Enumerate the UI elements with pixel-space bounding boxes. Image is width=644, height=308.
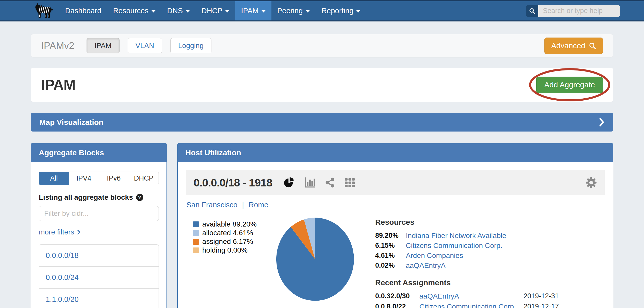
ipamv2-toolbar: IPAMv2 IPAM VLAN Logging Advanced [31, 34, 613, 57]
nav-label: DHCP [201, 7, 222, 15]
help-icon[interactable]: ? [136, 194, 143, 201]
location-link-san-franscisco[interactable]: San Franscisco [186, 201, 237, 209]
aggregate-block-item[interactable]: 0.0.0.0/18 [39, 245, 159, 266]
filter-dhcp-button[interactable]: DHCP [129, 172, 159, 185]
dashboard-columns: Aggregate Blocks All IPV4 IPv6 DHCP List… [31, 143, 613, 308]
share-icon[interactable] [325, 177, 335, 188]
aggregate-blocks-panel: Aggregate Blocks All IPV4 IPv6 DHCP List… [31, 143, 167, 308]
aggregate-block-list: 0.0.0.0/18 0.0.0.0/24 1.1.0.0/20 1.1.16.… [39, 244, 159, 308]
listing-label: Listing all aggregate blocks [39, 193, 133, 202]
chevron-right-icon [599, 118, 605, 127]
block-subheader: 0.0.0.0/18 - 1918 [186, 170, 605, 195]
page: Dashboard Resources DNS DHCP IPAM Peerin… [0, 0, 644, 308]
nav-label: Resources [113, 7, 149, 15]
more-filters-label: more filters [39, 228, 74, 236]
utilization-content: available 89.20% allocated 4.61% assigne… [186, 218, 605, 308]
app-title: IPAMv2 [41, 40, 74, 51]
tab-ipam[interactable]: IPAM [87, 38, 119, 53]
host-utilization-panel: Host Utilization 0.0.0.0/18 - 1918 [177, 143, 613, 308]
nav-label: DNS [167, 7, 183, 15]
nav-item-resources[interactable]: Resources [107, 1, 161, 20]
aggregate-block-item[interactable]: 1.1.0.0/20 [39, 288, 159, 308]
aggregate-blocks-body: All IPV4 IPv6 DHCP Listing all aggregate… [31, 162, 166, 308]
assignment-cidr: 0.0.32.0/30 [375, 292, 417, 300]
chevron-down-icon [356, 10, 360, 13]
block-type-filter: All IPV4 IPv6 DHCP [39, 172, 159, 185]
resource-link[interactable]: Indiana Fiber Network Available [406, 232, 559, 240]
legend-item-assigned: assigned 6.17% [193, 237, 257, 246]
advanced-search-button[interactable]: Advanced [544, 38, 603, 54]
recent-assignments-table: 0.0.32.0/30aaQAEntryA2019-12-31 0.0.8.0/… [375, 292, 559, 308]
add-aggregate-button[interactable]: Add Aggregate [536, 77, 603, 93]
nav-label: Peering [277, 7, 303, 15]
assignment-date: 2019-12-17 [523, 303, 559, 308]
resource-link[interactable]: Arden Companies [406, 252, 559, 260]
filter-ipv6-button[interactable]: IPv6 [99, 172, 129, 185]
host-utilization-pie-chart [273, 214, 357, 305]
main-menu: Dashboard Resources DNS DHCP IPAM Peerin… [59, 1, 366, 20]
location-links: San Franscisco | Rome [186, 201, 605, 209]
more-filters-link[interactable]: more filters [39, 228, 80, 236]
pie-chart-wrap [273, 214, 357, 306]
resource-link[interactable]: Citizens Communication Corp. [406, 242, 559, 250]
top-navbar: Dashboard Resources DNS DHCP IPAM Peerin… [0, 0, 644, 21]
legend-label: holding 0.00% [202, 246, 247, 254]
aggregate-block-item[interactable]: 0.0.0.0/24 [39, 266, 159, 288]
chevron-down-icon [151, 10, 156, 13]
page-title-card: IPAM Add Aggregate [31, 68, 613, 102]
map-visualization-bar[interactable]: Map Visualization [31, 113, 613, 132]
legend-swatch [193, 239, 199, 245]
legend-swatch [193, 247, 199, 253]
aggregate-blocks-header: Aggregate Blocks [31, 144, 166, 162]
resource-percent: 4.61% [375, 252, 404, 260]
filter-ipv4-button[interactable]: IPV4 [69, 172, 99, 185]
assignment-cidr: 0.0.8.0/22 [375, 303, 417, 308]
chevron-right-icon [77, 230, 80, 235]
resources-heading: Resources [375, 218, 559, 227]
tab-vlan[interactable]: VLAN [128, 38, 162, 53]
cidr-filter-input[interactable] [39, 206, 159, 221]
assignment-date: 2019-12-31 [523, 292, 559, 300]
zebra-logo[interactable] [30, 1, 56, 20]
legend-label: assigned 6.17% [202, 238, 253, 246]
resource-link[interactable]: aaQAEntryA [406, 262, 559, 270]
main-content: IPAMv2 IPAM VLAN Logging Advanced IPAM A… [0, 34, 644, 308]
resource-percent: 89.20% [375, 232, 404, 240]
legend-label: available 89.20% [202, 220, 257, 228]
chart-pie-icon[interactable] [283, 177, 295, 188]
add-aggregate-wrap: Add Aggregate [536, 77, 603, 93]
block-title: 0.0.0.0/18 - 1918 [194, 176, 272, 189]
search-icon[interactable] [526, 5, 538, 17]
legend-item-allocated: allocated 4.61% [193, 229, 257, 237]
resources-column: Resources 89.20%Indiana Fiber Network Av… [375, 218, 559, 308]
recent-assignments-heading: Recent Assignments [375, 278, 559, 287]
search-icon [589, 42, 596, 49]
chevron-down-icon [306, 10, 310, 13]
assignment-link[interactable]: aaQAEntryA [419, 292, 521, 300]
chart-bar-icon[interactable] [304, 177, 316, 188]
legend-swatch [193, 221, 199, 227]
chevron-down-icon [261, 10, 266, 13]
nav-item-peering[interactable]: Peering [271, 1, 316, 20]
listing-label-row: Listing all aggregate blocks ? [39, 193, 159, 202]
nav-item-dns[interactable]: DNS [161, 1, 196, 20]
view-tabs: IPAM VLAN Logging [87, 38, 211, 53]
location-link-rome[interactable]: Rome [249, 201, 268, 209]
nav-item-dashboard[interactable]: Dashboard [59, 1, 107, 20]
assignment-link[interactable]: Citizens Communication Corp. [419, 303, 521, 308]
search-input[interactable] [538, 5, 620, 17]
nav-label: IPAM [241, 7, 259, 15]
navbar-search [526, 5, 620, 17]
legend-item-holding: holding 0.00% [193, 246, 257, 255]
nav-item-dhcp[interactable]: DHCP [196, 1, 235, 20]
nav-item-ipam[interactable]: IPAM [235, 1, 271, 20]
chevron-down-icon [186, 10, 190, 13]
tab-logging[interactable]: Logging [170, 38, 212, 53]
resource-percent: 0.02% [375, 262, 404, 270]
filter-all-button[interactable]: All [39, 172, 69, 185]
gear-icon[interactable] [585, 177, 597, 188]
map-visualization-title: Map Visualization [39, 118, 103, 127]
chevron-down-icon [225, 10, 229, 13]
nav-item-reporting[interactable]: Reporting [316, 1, 366, 20]
grid-icon[interactable] [344, 177, 355, 188]
